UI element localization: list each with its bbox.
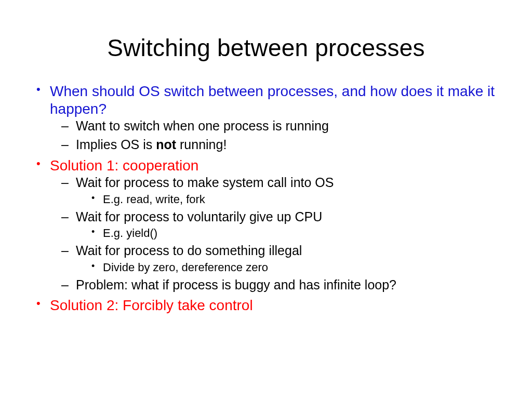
sub-bullet: Problem: what if process is buggy and ha… (57, 276, 501, 294)
slide: Switching between processes When should … (0, 0, 532, 399)
bullet-solution-1: Solution 1: cooperation Wait for process… (31, 157, 501, 294)
bullet-solution-2: Solution 2: Forcibly take control (31, 297, 501, 314)
sub-bullet-text: Problem: what if process is buggy and ha… (76, 277, 396, 292)
bullet-text: Solution 1: cooperation (50, 157, 198, 174)
sub-bullet-text-post: running! (176, 137, 227, 152)
sub-bullet: Wait for process to make system call int… (57, 174, 501, 207)
sub-bullet-text: Wait for process to make system call int… (76, 175, 334, 190)
sub-sub-bullet: E.g. read, write, fork (87, 192, 501, 207)
sub-sub-bullet: Divide by zero, dereference zero (87, 260, 501, 275)
sub-sub-bullet-text: Divide by zero, dereference zero (103, 261, 268, 274)
sub-bullet-text: Wait for process to do something illegal (76, 243, 302, 258)
sub-sub-list: Divide by zero, dereference zero (76, 260, 501, 275)
sub-list: Wait for process to make system call int… (50, 174, 501, 294)
slide-title: Switching between processes (31, 34, 501, 62)
bullet-text: When should OS switch between processes,… (50, 83, 495, 117)
sub-bullet: Wait for process to do something illegal… (57, 242, 501, 275)
bullet-question: When should OS switch between processes,… (31, 83, 501, 154)
sub-list: Want to switch when one process is runni… (50, 117, 501, 154)
sub-sub-bullet-text: E.g. read, write, fork (103, 193, 205, 206)
bullet-list: When should OS switch between processes,… (31, 83, 501, 314)
sub-sub-list: E.g. yield() (76, 225, 501, 241)
bullet-text: Solution 2: Forcibly take control (50, 297, 253, 313)
sub-bullet: Implies OS is not running! (57, 136, 501, 154)
sub-bullet: Want to switch when one process is runni… (57, 117, 501, 135)
sub-bullet-text-pre: Implies OS is (76, 137, 156, 152)
sub-sub-bullet: E.g. yield() (87, 225, 501, 241)
sub-bullet-text: Want to switch when one process is runni… (76, 118, 329, 133)
sub-sub-list: E.g. read, write, fork (76, 192, 501, 207)
sub-bullet: Wait for process to voluntarily give up … (57, 208, 501, 241)
sub-bullet-text-bold: not (156, 137, 176, 152)
sub-sub-bullet-text: E.g. yield() (103, 227, 157, 240)
sub-bullet-text: Wait for process to voluntarily give up … (76, 209, 322, 224)
